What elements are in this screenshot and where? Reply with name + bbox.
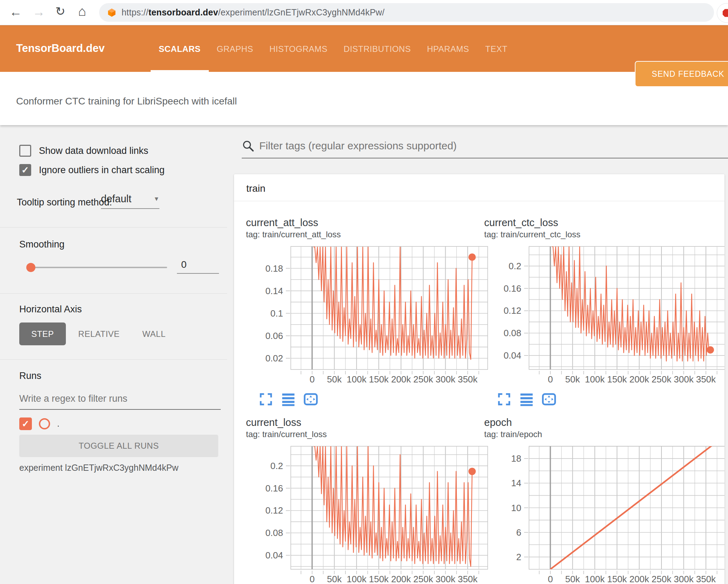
svg-text:0.12: 0.12 [265,505,283,516]
chart-block-current-ctc-loss: current_ctc_loss tag: train/current_ctc_… [484,217,724,407]
smoothing-slider-thumb[interactable] [26,263,35,272]
svg-text:150k: 150k [607,374,627,385]
tab-distributions[interactable]: DISTRIBUTIONS [336,25,419,72]
run-row: ✓ . [19,417,60,430]
svg-text:0: 0 [310,574,315,584]
tensorboard-favicon [107,8,117,18]
run-checkbox[interactable]: ✓ [19,417,32,430]
svg-text:0: 0 [548,574,553,584]
experiment-title-band: Conformer CTC training for LibriSpeech w… [0,72,728,125]
svg-text:0: 0 [548,374,553,385]
runs-label: Runs [19,371,41,381]
scalar-chart[interactable]: 0.020.060.10.140.18050k100k150k200k250k3… [246,240,491,386]
tab-graphs[interactable]: GRAPHS [209,25,261,72]
tooltip-sorting-label: Tooltip sorting method: [17,197,112,208]
settings-sidebar: Show data download links ✓ Ignore outlie… [0,125,227,584]
extension-icon[interactable] [717,3,728,23]
train-card-header[interactable]: train [234,174,724,201]
svg-text:0.04: 0.04 [503,350,521,361]
svg-text:0.06: 0.06 [265,331,283,341]
search-icon [242,140,254,152]
svg-text:250k: 250k [413,574,433,584]
filter-tags-input[interactable]: Filter tags (regular expressions support… [242,140,457,152]
runs-filter-placeholder: Write a regex to filter runs [19,393,128,404]
runs-filter-input[interactable]: Write a regex to filter runs [19,393,221,410]
svg-text:0.08: 0.08 [503,328,521,338]
chart-block-current-att-loss: current_att_loss tag: train/current_att_… [246,217,491,407]
fit-to-frame-icon[interactable] [542,392,556,407]
divider [0,293,227,294]
stacked-bars-icon[interactable] [281,392,296,407]
experiment-caption: experiment lzGnETjwRxC3yghNMd4kPw [19,463,178,473]
tab-text[interactable]: TEXT [477,25,515,72]
chart-title: current_loss [246,416,491,428]
svg-text:0.2: 0.2 [509,261,521,271]
chart-title: current_ctc_loss [484,217,724,229]
svg-text:0.1: 0.1 [270,308,283,319]
svg-text:0.04: 0.04 [265,550,283,561]
tab-hparams[interactable]: HPARAMS [419,25,477,72]
smoothing-label: Smoothing [19,239,64,250]
scalar-chart[interactable]: 26101418050k100k150k200k250k300k350k [484,440,724,584]
chevron-down-icon: ▼ [153,196,159,203]
stacked-bars-icon[interactable] [519,392,534,407]
tensorboard-page: ← → ↻ ⌂ https://tensorboard.dev/experime… [0,0,728,584]
browser-forward-icon[interactable]: → [33,6,45,18]
axis-wall-button[interactable]: WALL [134,322,174,345]
svg-text:150k: 150k [369,574,389,584]
smoothing-value: 0 [177,259,187,270]
toggle-all-runs-button[interactable]: TOGGLE ALL RUNS [19,435,218,457]
chart-block-epoch: epoch tag: train/epoch 26101418050k100k1… [484,416,724,584]
fullscreen-icon[interactable] [259,392,273,407]
run-color-ring-icon[interactable] [39,418,50,429]
smoothing-value-input[interactable]: 0 [177,259,219,274]
axis-step-button[interactable]: STEP [19,322,66,345]
experiment-title: Conformer CTC training for LibriSpeech w… [16,72,237,125]
scalar-chart[interactable]: 0.040.080.120.160.2050k100k150k200k250k3… [246,440,491,584]
chart-tag: tag: train/current_att_loss [246,229,491,240]
svg-text:0: 0 [310,374,315,385]
tooltip-sorting-select[interactable]: default ▼ [101,193,159,209]
tooltip-sorting-row: Tooltip sorting method: [17,197,112,208]
svg-text:50k: 50k [565,574,580,584]
tab-scalars[interactable]: SCALARS [151,25,209,72]
svg-text:14: 14 [511,478,521,488]
tab-histograms[interactable]: HISTOGRAMS [261,25,336,72]
app-header: TensorBoard.dev SCALARS GRAPHS HISTOGRAM… [0,25,728,72]
svg-text:0.16: 0.16 [265,483,283,494]
chart-title: epoch [484,416,724,428]
scalar-chart[interactable]: 0.040.080.120.160.2050k100k150k200k250k3… [484,240,724,386]
scalar-chart-svg: 0.040.080.120.160.2050k100k150k200k250k3… [246,444,491,584]
browser-home-icon[interactable]: ⌂ [78,5,86,18]
svg-text:250k: 250k [652,574,672,584]
show-download-links-checkbox[interactable] [19,145,31,157]
svg-text:0.16: 0.16 [503,283,521,294]
browser-refresh-icon[interactable]: ↻ [55,5,66,17]
svg-text:0.12: 0.12 [503,305,521,316]
svg-text:150k: 150k [369,374,389,385]
nav-tabs: SCALARS GRAPHS HISTOGRAMS DISTRIBUTIONS … [151,25,515,72]
svg-text:250k: 250k [413,374,433,385]
browser-back-icon[interactable]: ← [9,6,22,18]
tooltip-sorting-value: default [101,193,131,205]
divider [0,359,227,360]
fullscreen-icon[interactable] [497,392,511,407]
app-logo[interactable]: TensorBoard.dev [16,25,105,72]
svg-text:0.08: 0.08 [265,528,283,538]
smoothing-slider-track[interactable] [31,267,167,268]
svg-text:300k: 300k [435,374,455,385]
svg-text:350k: 350k [458,374,478,385]
scalar-chart-svg: 0.040.080.120.160.2050k100k150k200k250k3… [484,245,724,385]
run-name: . [57,419,60,429]
svg-text:2: 2 [516,552,521,562]
ignore-outliers-checkbox[interactable]: ✓ [19,164,31,176]
fit-to-frame-icon[interactable] [303,392,318,407]
address-bar[interactable]: https://tensorboard.dev/experiment/lzGnE… [99,3,714,22]
axis-relative-button[interactable]: RELATIVE [72,322,126,345]
svg-text:18: 18 [511,453,521,464]
svg-text:300k: 300k [674,374,694,385]
ignore-outliers-row: ✓ Ignore outliers in chart scaling [19,164,165,176]
send-feedback-button[interactable]: SEND FEEDBACK [635,61,728,87]
chart-tag: tag: train/current_loss [246,429,491,440]
svg-text:100k: 100k [585,574,605,584]
